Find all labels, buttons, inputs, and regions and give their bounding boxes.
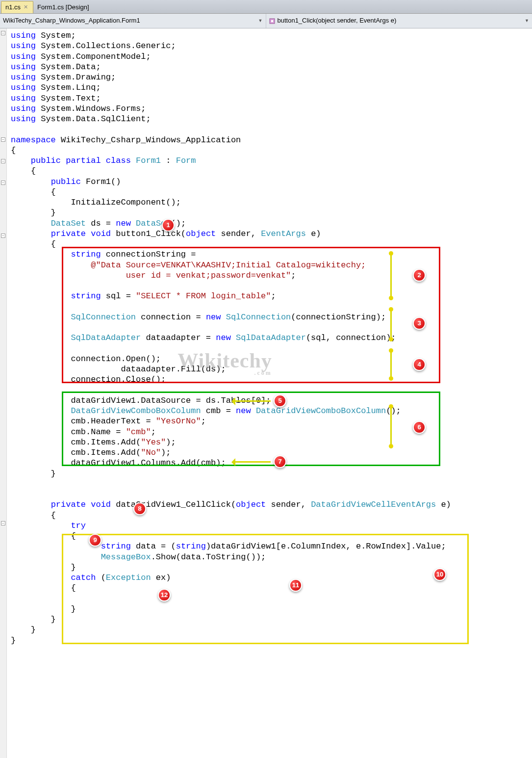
- highlight-box-green: [62, 392, 440, 466]
- svg-rect-1: [271, 20, 273, 22]
- close-icon[interactable]: ✕: [24, 4, 28, 11]
- arrow-icon: [232, 461, 271, 463]
- annotation-badge: 10: [433, 568, 446, 581]
- annotation-badge: 9: [89, 534, 101, 547]
- annotation-badge: 12: [158, 589, 171, 601]
- collapse-icon[interactable]: −: [1, 181, 5, 185]
- highlight-box-red: [62, 247, 440, 383]
- tab-bar: n1.cs ✕ Form1.cs [Design]: [0, 0, 532, 14]
- chevron-down-icon: ▼: [525, 18, 529, 24]
- collapse-icon[interactable]: −: [1, 234, 5, 238]
- nav-member-label: button1_Click(object sender, EventArgs e…: [278, 17, 397, 25]
- code-area[interactable]: using System; using System.Collections.G…: [7, 28, 532, 758]
- vertical-bracket: [390, 350, 392, 379]
- vertical-bracket: [390, 309, 392, 340]
- collapse-icon[interactable]: −: [1, 159, 5, 163]
- collapse-icon[interactable]: −: [1, 137, 5, 142]
- annotation-badge: 2: [413, 269, 426, 282]
- gutter: − − − − − −: [0, 28, 7, 758]
- nav-type-label: WikiTechy_Csharp_Windows_Application.For…: [3, 17, 140, 25]
- vertical-bracket: [390, 406, 392, 446]
- annotation-badge: 3: [413, 317, 426, 330]
- code-editor[interactable]: − − − − − − using System; using System.C…: [0, 28, 532, 758]
- chevron-down-icon: ▼: [258, 18, 263, 24]
- highlight-box-yellow: [62, 534, 469, 644]
- annotation-badge: 1: [162, 219, 175, 232]
- arrow-icon: [232, 400, 271, 402]
- annotation-badge: 6: [413, 421, 426, 434]
- nav-bar: WikiTechy_Csharp_Windows_Application.For…: [0, 14, 532, 28]
- tab-label: Form1.cs [Design]: [37, 3, 89, 11]
- nav-type-dropdown[interactable]: WikiTechy_Csharp_Windows_Application.For…: [0, 14, 266, 28]
- method-icon: [269, 18, 275, 24]
- collapse-icon[interactable]: −: [1, 31, 5, 35]
- nav-member-dropdown[interactable]: button1_Click(object sender, EventArgs e…: [266, 14, 532, 28]
- tab-label: n1.cs: [5, 3, 21, 11]
- tab-file-active[interactable]: n1.cs ✕: [1, 1, 33, 13]
- annotation-badge: 7: [274, 455, 286, 468]
- annotation-badge: 8: [133, 502, 146, 515]
- tab-file[interactable]: Form1.cs [Design]: [33, 1, 94, 13]
- collapse-icon[interactable]: −: [1, 521, 5, 525]
- annotation-badge: 4: [413, 358, 426, 371]
- vertical-bracket: [390, 253, 392, 298]
- annotation-badge: 11: [289, 579, 302, 592]
- annotation-badge: 5: [274, 394, 286, 407]
